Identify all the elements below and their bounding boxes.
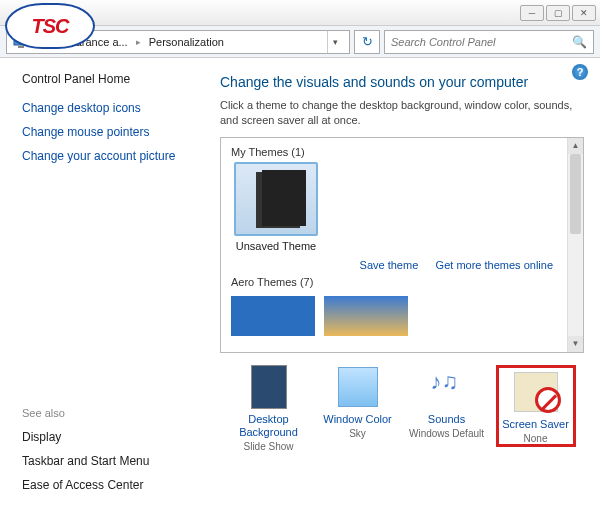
sounds-icon [427, 367, 467, 407]
window-color-icon [338, 367, 378, 407]
see-also-display[interactable]: Display [22, 430, 196, 444]
see-also-ease-of-access[interactable]: Ease of Access Center [22, 478, 196, 492]
refresh-button[interactable]: ↻ [354, 30, 380, 54]
scrollbar-thumb[interactable] [570, 154, 581, 234]
theme-preview-icon [262, 170, 306, 226]
refresh-icon: ↻ [362, 34, 373, 49]
see-also-taskbar[interactable]: Taskbar and Start Menu [22, 454, 196, 468]
close-button[interactable]: ✕ [572, 5, 596, 21]
scrollbar[interactable]: ▲ ▼ [567, 138, 583, 352]
my-themes-label: My Themes (1) [231, 146, 561, 158]
sidebar-link-account-picture[interactable]: Change your account picture [22, 149, 196, 163]
aero-theme-tile[interactable] [324, 296, 408, 336]
breadcrumb-level2[interactable]: Personalization [149, 36, 224, 48]
desktop-background-label: Desktop Background [229, 413, 309, 439]
control-panel-home-link[interactable]: Control Panel Home [22, 72, 196, 86]
screen-saver-icon [514, 372, 558, 412]
maximize-button[interactable]: ▢ [546, 5, 570, 21]
page-title: Change the visuals and sounds on your co… [220, 74, 584, 90]
page-subtitle: Click a theme to change the desktop back… [220, 98, 584, 129]
sounds-value: Windows Default [407, 428, 487, 439]
search-input[interactable] [391, 36, 572, 48]
sounds-label: Sounds [407, 413, 487, 426]
search-box[interactable]: 🔍 [384, 30, 594, 54]
tsc-logo: TSC [2, 2, 98, 50]
theme-tile-unsaved[interactable]: Unsaved Theme [231, 162, 321, 252]
sounds-button[interactable]: Sounds Windows Default [407, 365, 487, 439]
breadcrumb-dropdown[interactable]: ▾ [327, 31, 343, 53]
aero-themes-label: Aero Themes (7) [231, 276, 561, 288]
sidebar: Control Panel Home Change desktop icons … [0, 58, 210, 507]
search-icon: 🔍 [572, 35, 587, 49]
desktop-background-button[interactable]: Desktop Background Slide Show [229, 365, 309, 452]
content-pane: ? Change the visuals and sounds on your … [210, 58, 600, 507]
window-color-label: Window Color [318, 413, 398, 426]
screen-saver-value: None [501, 433, 571, 444]
scroll-down-icon[interactable]: ▼ [568, 336, 583, 352]
sidebar-link-mouse-pointers[interactable]: Change mouse pointers [22, 125, 196, 139]
minimize-button[interactable]: ─ [520, 5, 544, 21]
window-color-button[interactable]: Window Color Sky [318, 365, 398, 439]
bottom-settings-row: Desktop Background Slide Show Window Col… [220, 365, 584, 452]
desktop-background-value: Slide Show [229, 441, 309, 452]
desktop-background-icon [251, 365, 287, 409]
scroll-up-icon[interactable]: ▲ [568, 138, 583, 154]
screen-saver-label: Screen Saver [501, 418, 571, 431]
theme-label: Unsaved Theme [231, 240, 321, 252]
get-more-themes-link[interactable]: Get more themes online [436, 259, 553, 271]
logo-text: TSC [32, 16, 69, 36]
sidebar-link-desktop-icons[interactable]: Change desktop icons [22, 101, 196, 115]
chevron-right-icon: ▸ [136, 37, 141, 47]
save-theme-link[interactable]: Save theme [360, 259, 419, 271]
themes-list: My Themes (1) Unsaved Theme Save theme G… [220, 137, 584, 353]
see-also-label: See also [22, 407, 196, 419]
window-color-value: Sky [318, 428, 398, 439]
screen-saver-button[interactable]: Screen Saver None [496, 365, 576, 447]
aero-theme-tile[interactable] [231, 296, 315, 336]
help-icon[interactable]: ? [572, 64, 588, 80]
